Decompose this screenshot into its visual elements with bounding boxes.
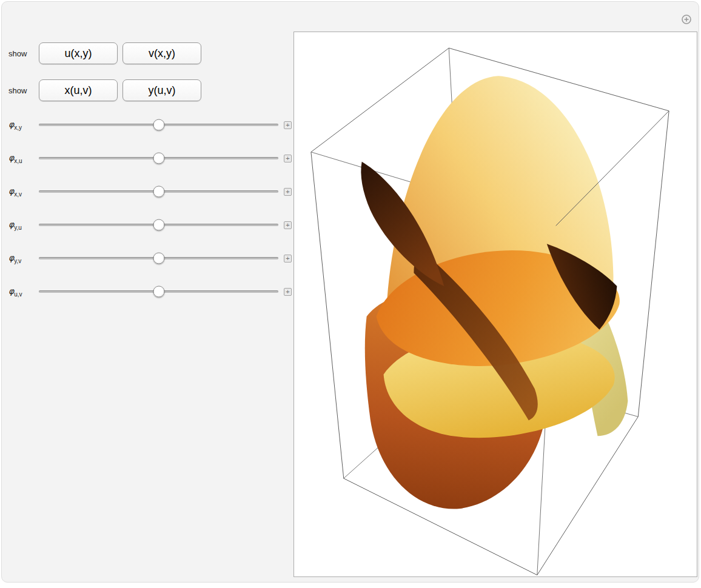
slider-expand-button-phi-xv[interactable]: + <box>284 188 292 196</box>
slider-expand-button-phi-xu[interactable]: + <box>284 155 292 162</box>
show-label: show <box>8 49 39 58</box>
button-v-of-xy[interactable]: v(x,y) <box>122 42 201 64</box>
slider-row-phi-uv: φu,v + <box>8 286 292 298</box>
slider-label-phi-xv: φx,v <box>8 186 39 198</box>
slider-label-phi-xu: φx,u <box>8 153 39 164</box>
slider-expand-button-phi-uv[interactable]: + <box>284 288 292 296</box>
slider-track-phi-xv[interactable] <box>39 190 278 193</box>
show-row-xy-of-uv: show x(u,v) y(u,v) <box>8 79 206 101</box>
slider-label-phi-uv: φu,v <box>8 286 39 298</box>
slider-row-phi-yu: φy,u + <box>8 219 292 231</box>
page: { "header": { "expander_icon": "circle-p… <box>0 0 701 588</box>
slider-label-phi-xy: φx,y <box>8 119 39 131</box>
slider-track-phi-xu[interactable] <box>39 157 278 159</box>
slider-expand-button-phi-xy[interactable]: + <box>284 121 292 129</box>
slider-label-phi-yu: φy,u <box>8 219 39 231</box>
slider-track-phi-yv[interactable] <box>39 257 278 259</box>
slider-thumb-phi-yv[interactable] <box>153 253 164 264</box>
slider-row-phi-yv: φy,v + <box>8 252 292 264</box>
slider-row-phi-xy: φx,y + <box>8 119 292 131</box>
slider-row-phi-xv: φx,v + <box>8 185 292 198</box>
slider-row-phi-xu: φx,u + <box>8 152 292 164</box>
slider-track-phi-yu[interactable] <box>39 224 278 226</box>
slider-label-phi-yv: φy,v <box>8 253 39 264</box>
slider-thumb-phi-xu[interactable] <box>153 153 164 164</box>
slider-expand-button-phi-yv[interactable]: + <box>284 255 292 262</box>
circle-plus-icon[interactable] <box>682 15 691 24</box>
slider-thumb-phi-xv[interactable] <box>153 186 164 198</box>
button-u-of-xy[interactable]: u(x,y) <box>39 42 118 64</box>
slider-track-phi-xy[interactable] <box>39 124 278 126</box>
slider-track-phi-uv[interactable] <box>39 290 278 293</box>
button-x-of-uv[interactable]: x(u,v) <box>39 79 118 101</box>
slider-expand-button-phi-yu[interactable]: + <box>284 221 292 229</box>
button-y-of-uv[interactable]: y(u,v) <box>122 79 201 101</box>
show-row-uv-of-xy: show u(x,y) v(x,y) <box>8 42 206 64</box>
plot-3d-graphic <box>294 32 697 576</box>
slider-thumb-phi-yu[interactable] <box>153 219 164 231</box>
slider-thumb-phi-xy[interactable] <box>153 119 164 131</box>
plot-3d-viewport[interactable] <box>293 32 697 577</box>
show-label: show <box>8 86 39 95</box>
slider-thumb-phi-uv[interactable] <box>153 286 164 298</box>
